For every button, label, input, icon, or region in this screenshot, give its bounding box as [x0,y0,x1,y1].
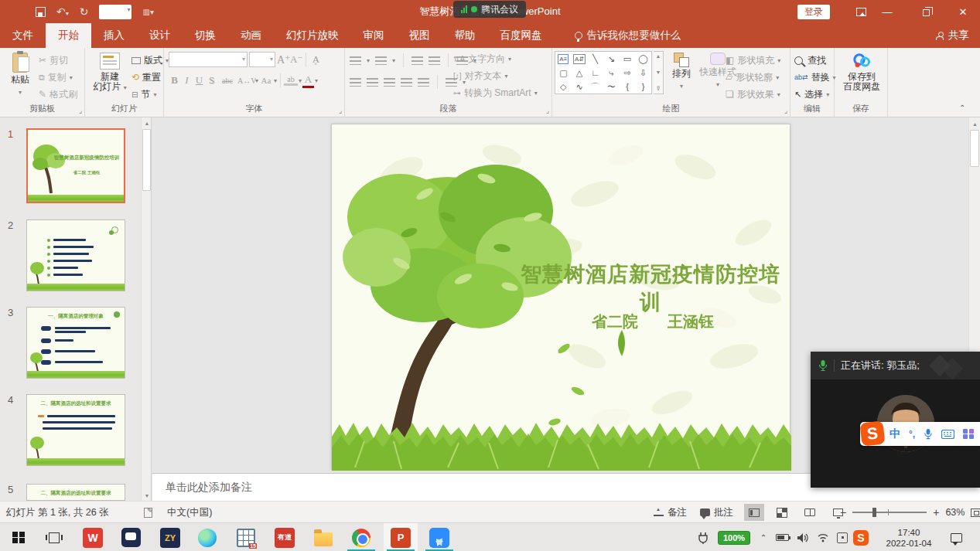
tab-slideshow[interactable]: 幻灯片放映 [274,23,351,48]
comments-toggle[interactable]: 批注 [700,502,733,523]
slide-thumbnail-1[interactable]: 智慧树酒店新冠疫情防控培训 省二院 王涵钰 [26,128,125,203]
taskbar-edge[interactable] [190,523,224,551]
underline-button[interactable]: U [193,74,205,87]
ime-keyboard-icon[interactable] [941,430,954,439]
decrease-indent-icon[interactable] [411,56,423,65]
italic-button[interactable]: I [181,74,193,87]
bold-button[interactable]: B [169,74,180,87]
change-case-button[interactable]: Aa [259,76,273,85]
slide-thumbnail-5[interactable]: 二、隔离酒店的选址和设置要求 [26,484,125,501]
taskbar-calendar-app[interactable]: 15 [229,523,263,551]
paste-button[interactable]: 粘贴▾ [3,49,37,102]
restore-button[interactable] [913,0,939,23]
select-button[interactable]: ↖选择▾ [794,87,829,102]
reset-button[interactable]: ⟲重置 [131,70,161,85]
tray-expand-chevron[interactable]: ⌃ [756,523,770,551]
slide-thumbnail-3[interactable]: 一、隔离酒店的管理对象 [26,307,125,379]
tencent-meeting-overlay[interactable]: 正在讲话: 郭玉晶; [811,352,980,488]
layout-button[interactable]: 版式▾ [131,53,169,68]
align-right-icon[interactable] [384,78,395,87]
slide-thumbnail-4[interactable]: 二、隔离酒店的选址和设置要求 [26,394,125,466]
taskbar-powerpoint[interactable]: P [384,523,418,551]
zoom-level[interactable]: 63% [945,507,965,518]
slide-sorter-view-button[interactable] [772,504,792,521]
rounded-rectangle-shape-icon[interactable]: ▢ [559,69,567,77]
font-name-combobox[interactable] [169,52,248,67]
paragraph-dialog-launcher[interactable]: ⌟ [546,107,549,114]
taskbar-youdao[interactable]: 有道 [268,523,302,551]
taskbar-tencent-meeting[interactable] [422,523,456,551]
network-icon[interactable] [814,523,832,551]
sogou-tray-icon[interactable]: S [851,523,871,551]
shape-fill-button[interactable]: ◧形状填充▾ [726,53,780,68]
tab-baidu-netdisk[interactable]: 百度网盘 [488,23,555,48]
meeting-floating-badge[interactable]: 腾讯会议 [453,1,526,18]
arc-shape-icon[interactable]: ⌒ [591,83,599,91]
scrollbar-thumb[interactable] [970,130,979,167]
font-color-button[interactable]: A [302,73,314,88]
scribble-shape-icon[interactable]: ∿ [575,83,582,91]
find-button[interactable]: 查找 [794,53,826,68]
increase-font-icon[interactable]: A⁺ [277,53,289,66]
ribbon-display-options-button[interactable] [848,0,874,23]
tab-file[interactable]: 文件 [0,23,46,48]
normal-view-button[interactable] [744,504,764,521]
taskbar-chat-app[interactable] [114,523,148,551]
copy-button[interactable]: ⧉复制▾ [39,70,73,85]
input-indicator-icon[interactable] [834,523,851,551]
shape-outline-button[interactable]: ▱形状轮廓▾ [726,70,779,85]
ime-language-mode[interactable]: 中 [890,427,900,441]
tell-me-box[interactable]: 告诉我你想要做什么 [562,23,694,48]
close-button[interactable]: ✕ [950,0,976,23]
start-button[interactable] [2,523,36,551]
character-spacing-button[interactable]: A↔V [237,77,254,85]
scroll-down-button[interactable]: ▼ [142,490,152,501]
slide-title-text[interactable]: 智慧树酒店新冠疫情防控培训 [514,260,787,316]
scroll-up-button[interactable]: ▲ [142,117,152,128]
tab-transitions[interactable]: 切换 [183,23,228,48]
ime-toolbox-icon[interactable] [963,429,974,440]
left-brace-shape-icon[interactable]: { [626,83,629,91]
strikethrough-button[interactable]: abc [218,77,237,85]
new-slide-button[interactable]: 新建幻灯片 ▾ [91,49,128,102]
text-shadow-button[interactable]: S [206,74,217,87]
meeting-overlay-header[interactable]: 正在讲话: 郭玉晶; [811,352,980,379]
sogou-ime-bar[interactable]: S 中 °, [860,422,980,446]
slide-subtitle-text[interactable]: 省二院 王涵钰 [564,311,742,332]
replace-button[interactable]: ab⇄替换▾ [794,70,836,85]
down-arrow-shape-icon[interactable]: ⇩ [640,69,647,77]
cut-button[interactable]: ✂剪切 [39,53,68,68]
textbox-shape-icon[interactable]: A≡ [558,54,569,64]
sogou-logo-icon[interactable]: S [860,421,886,447]
align-left-icon[interactable] [350,78,361,87]
clear-formatting-icon[interactable]: Ḁ [310,53,322,66]
reading-view-button[interactable] [800,504,820,521]
action-center-button[interactable] [945,523,967,551]
taskbar-file-explorer[interactable] [306,523,340,551]
login-button[interactable]: 登录 [797,5,830,19]
slide-thumbnail-2[interactable] [26,219,125,291]
spellcheck-icon[interactable] [144,502,152,523]
zoom-slider[interactable] [852,512,927,513]
zoom-slider-thumb[interactable] [872,508,876,517]
battery-percentage-badge[interactable]: 100% [713,523,755,551]
right-arrow-shape-icon[interactable]: ⇨ [623,69,630,77]
taskbar-word-app[interactable]: W [76,523,110,551]
scroll-up-button[interactable]: ▲ [969,118,980,129]
decrease-font-icon[interactable]: A⁻ [290,53,302,66]
elbow-connector-icon[interactable]: ∟ [591,69,599,77]
format-painter-button[interactable]: ✎格式刷 [39,87,77,102]
align-text-button[interactable]: [↕]对齐文本▾ [453,68,508,83]
zoom-out-button[interactable]: − [840,506,846,519]
ime-voice-icon[interactable] [924,428,933,440]
line-shape-icon[interactable]: ╲ [592,55,598,63]
text-direction-button[interactable]: ⇅A文字方向▾ [453,51,511,66]
font-size-combobox[interactable] [249,52,275,67]
oval-shape-icon[interactable]: ◯ [639,55,648,63]
notes-placeholder[interactable]: 单击此处添加备注 [166,481,252,495]
battery-icon[interactable] [772,523,792,551]
tab-view[interactable]: 视图 [397,23,442,48]
section-button[interactable]: ⊟节▾ [131,87,156,102]
shape-effects-button[interactable]: ❏形状效果▾ [726,87,780,102]
justify-icon[interactable] [401,78,412,87]
